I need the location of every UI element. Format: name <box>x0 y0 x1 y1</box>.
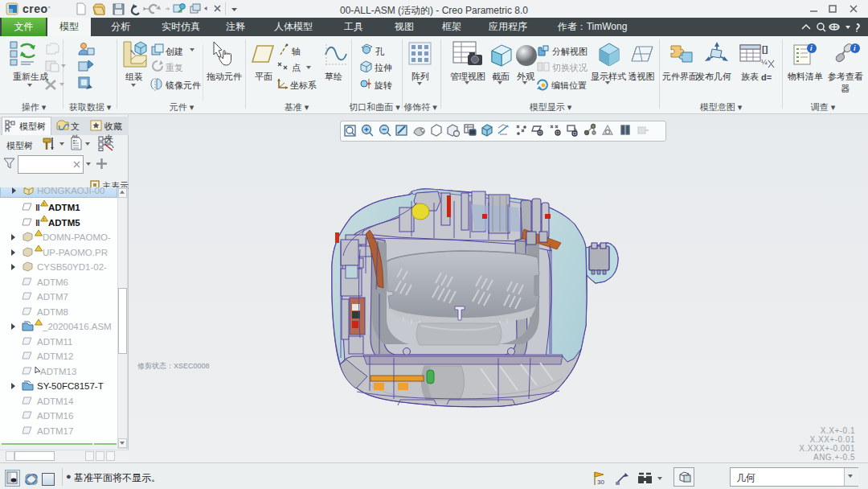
svg-text:30: 30 <box>597 479 604 486</box>
svg-text:¼: ¼ <box>761 58 768 66</box>
